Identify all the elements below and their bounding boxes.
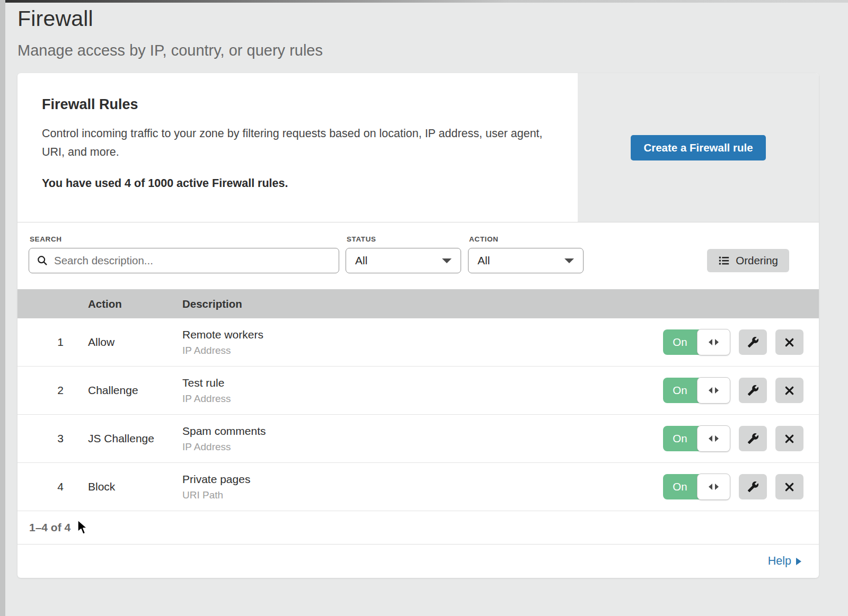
rule-description: Test rule: [182, 377, 663, 389]
rule-controls: On: [663, 329, 803, 355]
triangle-left-icon: [709, 435, 712, 442]
action-selected-value: All: [478, 254, 490, 267]
toggle-handle[interactable]: [697, 474, 730, 500]
pagination-count: 1–4 of 4: [29, 521, 70, 534]
action-filter-group: ACTION All: [468, 235, 584, 273]
toggle-handle[interactable]: [697, 329, 730, 355]
edit-rule-button[interactable]: [739, 474, 767, 499]
rule-description: Remote workers: [182, 328, 663, 341]
card-description: Control incoming traffic to your zone by…: [42, 124, 543, 162]
chevron-down-icon: [564, 258, 574, 263]
delete-rule-button[interactable]: [775, 426, 803, 451]
table-header-row: Action Description: [17, 289, 819, 318]
description-column-header: Description: [182, 298, 819, 310]
rule-action: Challenge: [88, 384, 182, 397]
triangle-right-icon: [715, 339, 719, 345]
firewall-rules-card: Firewall Rules Control incoming traffic …: [17, 73, 819, 578]
toggle-handle[interactable]: [697, 425, 730, 452]
status-label: STATUS: [347, 235, 461, 243]
triangle-left-icon: [709, 387, 712, 394]
rule-match-type: IP Address: [182, 345, 663, 356]
page-title: Firewall: [17, 6, 819, 31]
ordering-button-label: Ordering: [736, 254, 778, 267]
status-select[interactable]: All: [346, 248, 461, 273]
usage-summary: You have used 4 of 1000 active Firewall …: [42, 177, 546, 190]
screen-left-edge: [0, 0, 5, 616]
wrench-icon: [747, 433, 759, 444]
ordering-button[interactable]: Ordering: [707, 249, 789, 272]
pagination-row: 1–4 of 4: [17, 511, 819, 544]
table-row: 4 Block Private pages URI Path On: [17, 463, 819, 511]
rule-match-type: IP Address: [182, 393, 663, 405]
rule-match-type: IP Address: [182, 441, 663, 453]
rule-action: Block: [88, 480, 182, 493]
filters-bar: SEARCH STATUS All ACTION: [17, 222, 819, 289]
rule-controls: On: [663, 474, 803, 499]
search-label: SEARCH: [30, 235, 339, 243]
action-select[interactable]: All: [468, 248, 584, 273]
firewall-page: Firewall Manage access by IP, country, o…: [17, 0, 819, 578]
table-row: 3 JS Challenge Spam comments IP Address …: [17, 415, 819, 463]
rule-description: Spam comments: [182, 425, 663, 438]
rule-toggle[interactable]: On: [663, 426, 730, 451]
triangle-right-icon: [715, 387, 719, 394]
rule-toggle[interactable]: On: [663, 474, 730, 499]
rule-toggle[interactable]: On: [663, 329, 730, 355]
close-icon: [784, 481, 795, 493]
rule-priority: 2: [17, 384, 64, 397]
rule-controls: On: [663, 378, 803, 403]
delete-rule-button[interactable]: [775, 329, 803, 355]
rule-match-type: URI Path: [182, 489, 663, 501]
triangle-right-icon: [715, 435, 719, 442]
edit-rule-button[interactable]: [739, 378, 767, 403]
toggle-state-label: On: [663, 474, 697, 499]
search-input[interactable]: [54, 254, 331, 267]
wrench-icon: [747, 336, 759, 348]
close-icon: [784, 433, 795, 444]
list-icon: [718, 255, 730, 266]
rule-toggle[interactable]: On: [663, 378, 730, 403]
create-firewall-rule-button[interactable]: Create a Firewall rule: [631, 135, 765, 160]
search-box[interactable]: [29, 248, 339, 273]
action-label: ACTION: [469, 235, 584, 243]
rule-description-cell: Test rule IP Address: [182, 377, 663, 405]
rule-priority: 3: [17, 432, 64, 445]
delete-rule-button[interactable]: [775, 378, 803, 403]
rules-table-body: 1 Allow Remote workers IP Address On: [17, 318, 819, 511]
intro-section: Firewall Rules Control incoming traffic …: [17, 73, 819, 222]
rule-priority: 4: [17, 480, 64, 493]
toggle-state-label: On: [663, 329, 697, 355]
chevron-down-icon: [442, 258, 452, 263]
rule-controls: On: [663, 426, 803, 451]
toggle-handle[interactable]: [697, 377, 730, 404]
table-row: 2 Challenge Test rule IP Address On: [17, 367, 819, 415]
triangle-left-icon: [709, 339, 712, 345]
search-icon: [37, 255, 48, 266]
edit-rule-button[interactable]: [739, 426, 767, 451]
help-link[interactable]: Help: [768, 555, 801, 568]
wrench-icon: [747, 385, 759, 396]
rule-description-cell: Private pages URI Path: [182, 473, 663, 501]
search-filter-group: SEARCH: [29, 235, 339, 273]
rule-description: Private pages: [182, 473, 663, 486]
create-rule-panel: Create a Firewall rule: [578, 73, 819, 222]
triangle-right-icon: [715, 484, 719, 490]
close-icon: [784, 385, 795, 396]
status-filter-group: STATUS All: [346, 235, 461, 273]
rule-action: Allow: [88, 336, 182, 349]
page-subtitle: Manage access by IP, country, or query r…: [17, 42, 819, 59]
toggle-state-label: On: [663, 426, 697, 451]
help-link-label: Help: [768, 555, 791, 568]
status-selected-value: All: [355, 254, 367, 267]
rule-description-cell: Spam comments IP Address: [182, 425, 663, 453]
card-heading: Firewall Rules: [42, 96, 546, 113]
close-icon: [784, 337, 795, 348]
toggle-state-label: On: [663, 378, 697, 403]
delete-rule-button[interactable]: [775, 474, 803, 499]
card-footer: Help: [17, 544, 819, 578]
table-row: 1 Allow Remote workers IP Address On: [17, 318, 819, 367]
edit-rule-button[interactable]: [739, 329, 767, 355]
rule-action: JS Challenge: [88, 432, 182, 445]
action-column-header: Action: [88, 298, 182, 310]
rule-priority: 1: [17, 336, 64, 349]
